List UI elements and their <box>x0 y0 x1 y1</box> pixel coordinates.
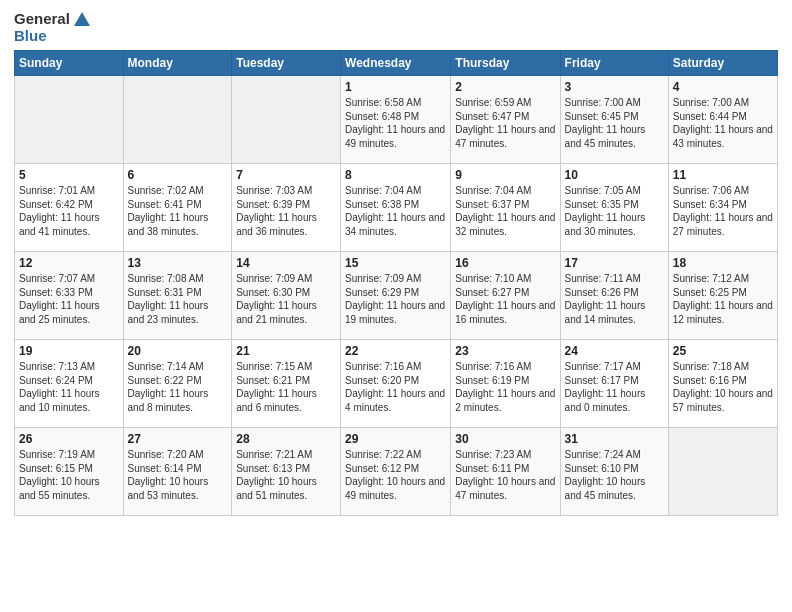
day-number: 15 <box>345 256 446 270</box>
day-info: Sunrise: 7:23 AMSunset: 6:11 PMDaylight:… <box>455 448 555 502</box>
weekday-header-monday: Monday <box>123 51 232 76</box>
day-info: Sunrise: 7:01 AMSunset: 6:42 PMDaylight:… <box>19 184 119 238</box>
day-number: 7 <box>236 168 336 182</box>
weekday-header-saturday: Saturday <box>668 51 777 76</box>
calendar-cell: 21Sunrise: 7:15 AMSunset: 6:21 PMDayligh… <box>232 340 341 428</box>
day-info: Sunrise: 7:22 AMSunset: 6:12 PMDaylight:… <box>345 448 446 502</box>
calendar-cell: 29Sunrise: 7:22 AMSunset: 6:12 PMDayligh… <box>341 428 451 516</box>
calendar-cell: 31Sunrise: 7:24 AMSunset: 6:10 PMDayligh… <box>560 428 668 516</box>
calendar-week-1: 1Sunrise: 6:58 AMSunset: 6:48 PMDaylight… <box>15 76 778 164</box>
weekday-header-row: SundayMondayTuesdayWednesdayThursdayFrid… <box>15 51 778 76</box>
day-info: Sunrise: 7:16 AMSunset: 6:19 PMDaylight:… <box>455 360 555 414</box>
day-number: 12 <box>19 256 119 270</box>
day-info: Sunrise: 7:16 AMSunset: 6:20 PMDaylight:… <box>345 360 446 414</box>
day-number: 30 <box>455 432 555 446</box>
day-info: Sunrise: 7:00 AMSunset: 6:44 PMDaylight:… <box>673 96 773 150</box>
calendar-cell: 24Sunrise: 7:17 AMSunset: 6:17 PMDayligh… <box>560 340 668 428</box>
logo-triangle-icon <box>74 12 90 26</box>
calendar-cell: 20Sunrise: 7:14 AMSunset: 6:22 PMDayligh… <box>123 340 232 428</box>
day-number: 23 <box>455 344 555 358</box>
day-number: 25 <box>673 344 773 358</box>
calendar-cell: 25Sunrise: 7:18 AMSunset: 6:16 PMDayligh… <box>668 340 777 428</box>
day-number: 8 <box>345 168 446 182</box>
calendar-cell: 23Sunrise: 7:16 AMSunset: 6:19 PMDayligh… <box>451 340 560 428</box>
calendar-cell: 10Sunrise: 7:05 AMSunset: 6:35 PMDayligh… <box>560 164 668 252</box>
calendar-cell: 22Sunrise: 7:16 AMSunset: 6:20 PMDayligh… <box>341 340 451 428</box>
calendar-week-4: 19Sunrise: 7:13 AMSunset: 6:24 PMDayligh… <box>15 340 778 428</box>
day-info: Sunrise: 7:09 AMSunset: 6:29 PMDaylight:… <box>345 272 446 326</box>
day-info: Sunrise: 7:05 AMSunset: 6:35 PMDaylight:… <box>565 184 664 238</box>
day-number: 22 <box>345 344 446 358</box>
weekday-header-thursday: Thursday <box>451 51 560 76</box>
calendar-cell: 7Sunrise: 7:03 AMSunset: 6:39 PMDaylight… <box>232 164 341 252</box>
day-info: Sunrise: 7:18 AMSunset: 6:16 PMDaylight:… <box>673 360 773 414</box>
day-number: 31 <box>565 432 664 446</box>
calendar-cell: 14Sunrise: 7:09 AMSunset: 6:30 PMDayligh… <box>232 252 341 340</box>
calendar-week-5: 26Sunrise: 7:19 AMSunset: 6:15 PMDayligh… <box>15 428 778 516</box>
calendar-cell: 8Sunrise: 7:04 AMSunset: 6:38 PMDaylight… <box>341 164 451 252</box>
day-number: 2 <box>455 80 555 94</box>
day-number: 26 <box>19 432 119 446</box>
day-info: Sunrise: 7:03 AMSunset: 6:39 PMDaylight:… <box>236 184 336 238</box>
calendar-cell: 11Sunrise: 7:06 AMSunset: 6:34 PMDayligh… <box>668 164 777 252</box>
day-number: 13 <box>128 256 228 270</box>
day-number: 21 <box>236 344 336 358</box>
calendar-cell: 5Sunrise: 7:01 AMSunset: 6:42 PMDaylight… <box>15 164 124 252</box>
calendar-cell: 27Sunrise: 7:20 AMSunset: 6:14 PMDayligh… <box>123 428 232 516</box>
day-number: 14 <box>236 256 336 270</box>
day-number: 17 <box>565 256 664 270</box>
weekday-header-tuesday: Tuesday <box>232 51 341 76</box>
day-info: Sunrise: 7:17 AMSunset: 6:17 PMDaylight:… <box>565 360 664 414</box>
calendar-week-2: 5Sunrise: 7:01 AMSunset: 6:42 PMDaylight… <box>15 164 778 252</box>
calendar-cell <box>668 428 777 516</box>
day-number: 4 <box>673 80 773 94</box>
calendar-cell <box>15 76 124 164</box>
day-info: Sunrise: 7:02 AMSunset: 6:41 PMDaylight:… <box>128 184 228 238</box>
calendar-cell: 4Sunrise: 7:00 AMSunset: 6:44 PMDaylight… <box>668 76 777 164</box>
page: General Blue SundayMondayTuesdayWednesda… <box>0 0 792 530</box>
day-info: Sunrise: 7:09 AMSunset: 6:30 PMDaylight:… <box>236 272 336 326</box>
day-info: Sunrise: 6:59 AMSunset: 6:47 PMDaylight:… <box>455 96 555 150</box>
day-number: 29 <box>345 432 446 446</box>
day-number: 20 <box>128 344 228 358</box>
day-number: 24 <box>565 344 664 358</box>
calendar-cell: 6Sunrise: 7:02 AMSunset: 6:41 PMDaylight… <box>123 164 232 252</box>
logo-blue-text: Blue <box>14 27 47 44</box>
header: General Blue <box>14 10 778 44</box>
day-number: 19 <box>19 344 119 358</box>
calendar-cell: 9Sunrise: 7:04 AMSunset: 6:37 PMDaylight… <box>451 164 560 252</box>
day-info: Sunrise: 7:19 AMSunset: 6:15 PMDaylight:… <box>19 448 119 502</box>
day-info: Sunrise: 7:13 AMSunset: 6:24 PMDaylight:… <box>19 360 119 414</box>
day-info: Sunrise: 7:04 AMSunset: 6:37 PMDaylight:… <box>455 184 555 238</box>
day-info: Sunrise: 7:11 AMSunset: 6:26 PMDaylight:… <box>565 272 664 326</box>
calendar-cell: 1Sunrise: 6:58 AMSunset: 6:48 PMDaylight… <box>341 76 451 164</box>
day-number: 27 <box>128 432 228 446</box>
day-info: Sunrise: 7:12 AMSunset: 6:25 PMDaylight:… <box>673 272 773 326</box>
day-number: 6 <box>128 168 228 182</box>
day-info: Sunrise: 7:04 AMSunset: 6:38 PMDaylight:… <box>345 184 446 238</box>
logo-general-text: General <box>14 10 70 27</box>
day-info: Sunrise: 7:21 AMSunset: 6:13 PMDaylight:… <box>236 448 336 502</box>
day-info: Sunrise: 7:00 AMSunset: 6:45 PMDaylight:… <box>565 96 664 150</box>
calendar-cell: 13Sunrise: 7:08 AMSunset: 6:31 PMDayligh… <box>123 252 232 340</box>
day-number: 3 <box>565 80 664 94</box>
calendar-cell: 12Sunrise: 7:07 AMSunset: 6:33 PMDayligh… <box>15 252 124 340</box>
calendar-cell <box>123 76 232 164</box>
day-number: 18 <box>673 256 773 270</box>
day-info: Sunrise: 7:10 AMSunset: 6:27 PMDaylight:… <box>455 272 555 326</box>
calendar-cell: 16Sunrise: 7:10 AMSunset: 6:27 PMDayligh… <box>451 252 560 340</box>
logo: General Blue <box>14 10 90 44</box>
calendar-cell: 3Sunrise: 7:00 AMSunset: 6:45 PMDaylight… <box>560 76 668 164</box>
day-info: Sunrise: 7:20 AMSunset: 6:14 PMDaylight:… <box>128 448 228 502</box>
weekday-header-wednesday: Wednesday <box>341 51 451 76</box>
day-number: 1 <box>345 80 446 94</box>
weekday-header-friday: Friday <box>560 51 668 76</box>
calendar-cell <box>232 76 341 164</box>
calendar-cell: 19Sunrise: 7:13 AMSunset: 6:24 PMDayligh… <box>15 340 124 428</box>
calendar-cell: 2Sunrise: 6:59 AMSunset: 6:47 PMDaylight… <box>451 76 560 164</box>
day-info: Sunrise: 7:08 AMSunset: 6:31 PMDaylight:… <box>128 272 228 326</box>
calendar-cell: 28Sunrise: 7:21 AMSunset: 6:13 PMDayligh… <box>232 428 341 516</box>
logo-icon: General <box>14 10 90 27</box>
calendar-table: SundayMondayTuesdayWednesdayThursdayFrid… <box>14 50 778 516</box>
calendar-cell: 30Sunrise: 7:23 AMSunset: 6:11 PMDayligh… <box>451 428 560 516</box>
